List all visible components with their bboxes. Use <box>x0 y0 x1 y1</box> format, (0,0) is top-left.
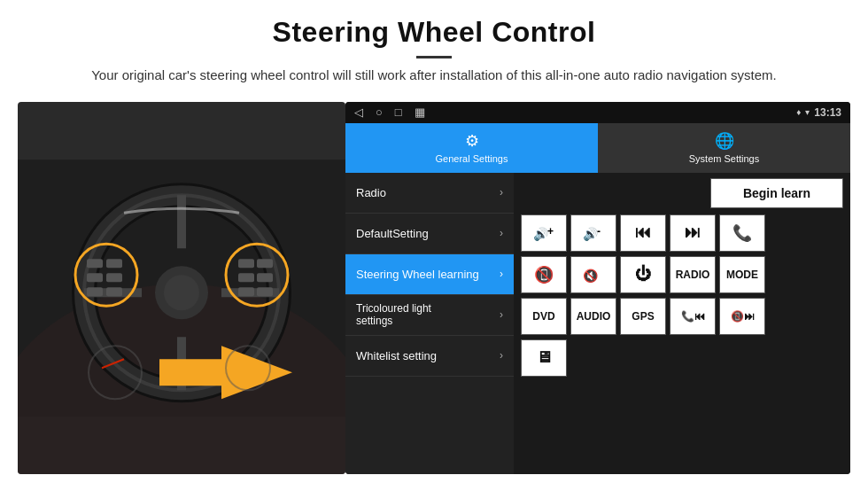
prev-track-button[interactable]: ⏮ <box>620 214 666 252</box>
mute-button[interactable]: 🔇 <box>570 256 616 293</box>
tab-general-settings[interactable]: ⚙ General Settings <box>345 123 598 173</box>
svg-rect-23 <box>238 287 254 296</box>
tab-system-label: System Settings <box>689 153 759 164</box>
menu-item-steering[interactable]: Steering Wheel learning › <box>345 254 514 295</box>
menu-whitelist-arrow: › <box>500 349 503 362</box>
svg-rect-18 <box>106 287 122 296</box>
svg-rect-20 <box>257 259 273 268</box>
mode-button[interactable]: MODE <box>719 256 765 293</box>
begin-learn-button[interactable]: Begin learn <box>710 178 843 208</box>
wifi-icon: ▾ <box>805 107 810 117</box>
menu-item-radio[interactable]: Radio › <box>345 173 514 214</box>
svg-text:+: + <box>547 225 554 238</box>
status-time: 13:13 <box>814 106 841 119</box>
general-settings-icon: ⚙ <box>465 131 479 151</box>
svg-rect-19 <box>238 259 254 268</box>
controls-row-4: 🖥 <box>521 339 843 377</box>
hangup-button[interactable]: 📵 <box>521 256 567 293</box>
controls-row-3: DVD AUDIO GPS 📞⏮ 📵⏭ <box>521 298 843 335</box>
svg-rect-26 <box>159 359 226 386</box>
svg-text:🔇: 🔇 <box>583 269 599 284</box>
home-icon[interactable]: ○ <box>376 105 383 119</box>
title-divider <box>416 56 452 58</box>
tab-general-label: General Settings <box>436 153 508 164</box>
svg-point-10 <box>164 275 199 310</box>
menu-item-whitelist[interactable]: Whitelist setting › <box>345 336 514 377</box>
menu-item-tricolour[interactable]: Tricoloured lightsettings › <box>345 295 514 336</box>
recents-icon[interactable]: □ <box>395 105 402 119</box>
menu-list: Radio › DefaultSetting › Steering Wheel … <box>345 173 514 475</box>
location-icon: ♦ <box>796 107 801 117</box>
dvd-button[interactable]: DVD <box>521 298 567 335</box>
tab-system-settings[interactable]: 🌐 System Settings <box>598 123 850 173</box>
android-ui-panel: ◁ ○ □ ▦ ♦ ▾ 13:13 ⚙ General Settings <box>345 102 850 475</box>
menu-steering-arrow: › <box>500 268 503 280</box>
vol-down-button[interactable]: 🔊- <box>570 214 616 252</box>
menu-default-arrow: › <box>500 227 503 239</box>
bottom-area: Radio › DefaultSetting › Steering Wheel … <box>345 173 850 475</box>
svg-rect-24 <box>257 287 273 296</box>
steering-wheel-panel <box>18 102 345 475</box>
back-icon[interactable]: ◁ <box>354 105 363 119</box>
svg-rect-17 <box>87 287 103 296</box>
vol-up-button[interactable]: 🔊+ <box>521 214 567 252</box>
subtitle: Your original car's steering wheel contr… <box>89 66 779 86</box>
tab-bar: ⚙ General Settings 🌐 System Settings <box>345 123 850 173</box>
gps-button[interactable]: GPS <box>620 298 666 335</box>
controls-row-2: 📵 🔇 ⏻ RADIO MODE <box>521 256 843 293</box>
menu-tricolour-label: Tricoloured lightsettings <box>356 302 431 327</box>
header-section: Steering Wheel Control Your original car… <box>0 0 868 93</box>
menu-icon[interactable]: ▦ <box>415 105 425 119</box>
menu-tricolour-arrow: › <box>500 308 503 321</box>
controls-row-1: 🔊+ 🔊- ⏮ ⏭ 📞 <box>521 214 843 252</box>
menu-radio-arrow: › <box>500 186 503 199</box>
begin-learn-row: Begin learn <box>521 178 843 208</box>
controls-panel: Begin learn 🔊+ 🔊- ⏮ ⏭ 📞 <box>514 173 850 475</box>
menu-item-default[interactable]: DefaultSetting › <box>345 214 514 254</box>
svg-rect-22 <box>257 273 273 282</box>
page-container: Steering Wheel Control Your original car… <box>0 0 868 483</box>
phone-button[interactable]: 📞 <box>719 214 765 252</box>
nav-icons: ◁ ○ □ ▦ <box>354 105 425 119</box>
audio-button[interactable]: AUDIO <box>570 298 616 335</box>
menu-default-label: DefaultSetting <box>356 227 429 240</box>
menu-radio-label: Radio <box>356 186 386 199</box>
svg-rect-13 <box>87 259 103 268</box>
svg-rect-15 <box>87 273 103 282</box>
display-button[interactable]: 🖥 <box>521 339 567 377</box>
menu-whitelist-label: Whitelist setting <box>356 349 437 362</box>
radio-button[interactable]: RADIO <box>670 256 716 293</box>
svg-text:-: - <box>597 225 601 238</box>
svg-rect-21 <box>238 273 254 282</box>
page-title: Steering Wheel Control <box>53 16 815 49</box>
svg-rect-14 <box>106 259 122 268</box>
content-area: ◁ ○ □ ▦ ♦ ▾ 13:13 ⚙ General Settings <box>0 93 868 484</box>
next-track-button[interactable]: ⏭ <box>670 214 716 252</box>
phone-next-button[interactable]: 📵⏭ <box>719 298 765 335</box>
svg-rect-16 <box>106 273 122 282</box>
menu-steering-label: Steering Wheel learning <box>356 268 479 281</box>
system-settings-icon: 🌐 <box>715 131 734 151</box>
power-button[interactable]: ⏻ <box>620 256 666 293</box>
status-right: ♦ ▾ 13:13 <box>796 106 841 119</box>
phone-prev-button[interactable]: 📞⏮ <box>670 298 716 335</box>
status-bar: ◁ ○ □ ▦ ♦ ▾ 13:13 <box>345 102 850 123</box>
